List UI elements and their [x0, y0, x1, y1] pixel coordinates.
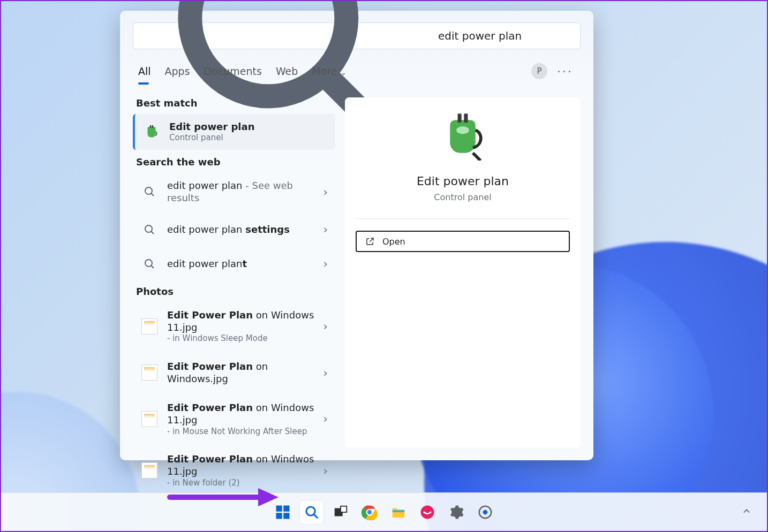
svg-point-12 [456, 126, 469, 134]
svg-rect-17 [276, 513, 282, 519]
open-external-icon [365, 237, 375, 246]
show-hidden-icons[interactable] [741, 506, 752, 519]
filter-tabs: All Apps Documents Web More ⌄ P ··· [120, 49, 593, 82]
search-icon [140, 255, 159, 273]
start-search-panel: All Apps Documents Web More ⌄ P ··· Best… [120, 11, 593, 460]
taskbar [1, 492, 767, 531]
detail-title: Edit power plan [417, 174, 509, 188]
svg-rect-3 [152, 125, 153, 128]
app-icon[interactable] [416, 500, 439, 524]
power-plan-icon-large [439, 112, 487, 163]
chevron-right-icon [323, 223, 328, 236]
image-thumb-icon [140, 317, 159, 336]
detail-subtitle: Control panel [434, 192, 491, 202]
account-avatar[interactable]: P [531, 63, 547, 79]
divider [356, 218, 570, 219]
image-thumb-icon [140, 363, 159, 382]
start-button[interactable] [271, 500, 295, 524]
svg-rect-16 [283, 505, 289, 511]
file-explorer-icon[interactable] [387, 500, 410, 524]
image-thumb-icon [140, 461, 159, 480]
web-result[interactable]: edit power plant [133, 248, 335, 279]
section-photos: Photos [133, 286, 335, 299]
svg-point-4 [145, 187, 152, 194]
results-column: Best match Edit power plan Control panel… [133, 97, 335, 447]
chevron-right-icon [323, 412, 328, 425]
svg-point-19 [306, 507, 315, 515]
search-box[interactable] [133, 22, 581, 49]
tab-all[interactable]: All [138, 65, 151, 77]
section-best-match: Best match [133, 97, 335, 111]
search-input[interactable] [438, 29, 571, 42]
web-result[interactable]: edit power plan - See web results [133, 173, 335, 211]
best-match-result[interactable]: Edit power plan Control panel [133, 114, 335, 150]
best-match-subtitle: Control panel [169, 133, 328, 143]
svg-point-27 [421, 505, 434, 519]
svg-line-5 [151, 193, 154, 196]
chevron-right-icon [323, 366, 328, 379]
section-web: Search the web [133, 156, 335, 170]
photo-result[interactable]: Edit Power Plan on Windows.jpg [133, 354, 335, 392]
svg-line-7 [151, 231, 154, 234]
tab-documents[interactable]: Documents [204, 65, 262, 77]
best-match-title: Edit power plan [169, 121, 254, 132]
more-options-button[interactable]: ··· [555, 65, 575, 78]
search-icon [140, 221, 159, 239]
chevron-right-icon [323, 464, 328, 477]
open-button-label: Open [382, 237, 405, 247]
task-view-button[interactable] [329, 500, 352, 524]
photo-result[interactable]: Edit Power Plan on Windows 11.jpg- in Wi… [133, 302, 335, 351]
image-thumb-icon [140, 410, 159, 428]
svg-rect-2 [150, 125, 151, 128]
svg-point-6 [145, 225, 152, 232]
app-icon[interactable] [473, 500, 497, 524]
search-icon [140, 183, 159, 201]
svg-rect-18 [283, 513, 289, 519]
tab-web[interactable]: Web [276, 65, 298, 77]
svg-rect-22 [341, 506, 347, 512]
web-result[interactable]: edit power plan settings [133, 214, 335, 245]
taskbar-search-button[interactable] [300, 500, 323, 524]
photo-result[interactable]: Edit Power Plan on Windows 11.jpg- in Mo… [133, 395, 335, 443]
detail-panel: Edit power plan Control panel Open [345, 97, 581, 447]
svg-rect-10 [458, 113, 462, 123]
chrome-icon[interactable] [358, 500, 381, 524]
settings-icon[interactable] [445, 500, 468, 524]
svg-rect-11 [464, 113, 468, 123]
open-button[interactable]: Open [356, 231, 570, 252]
svg-point-8 [145, 260, 152, 267]
power-plan-icon [142, 123, 161, 141]
tab-more[interactable]: More ⌄ [312, 65, 347, 77]
svg-rect-26 [393, 510, 405, 512]
chevron-right-icon [323, 320, 328, 333]
photo-result[interactable]: Edit Power Plan on Windwos 11.jpg- in Ne… [133, 446, 335, 495]
svg-point-29 [483, 510, 488, 514]
result-text: edit power plan [167, 258, 243, 269]
chevron-down-icon: ⌄ [341, 68, 347, 77]
tab-more-label: More [312, 65, 337, 77]
chevron-right-icon [323, 257, 328, 270]
result-text: edit power plan [167, 224, 245, 235]
chevron-right-icon [323, 185, 328, 199]
tab-apps[interactable]: Apps [165, 65, 190, 77]
svg-line-9 [151, 265, 154, 268]
svg-rect-15 [276, 505, 282, 511]
svg-line-20 [314, 514, 318, 518]
result-text: edit power plan [167, 180, 243, 191]
